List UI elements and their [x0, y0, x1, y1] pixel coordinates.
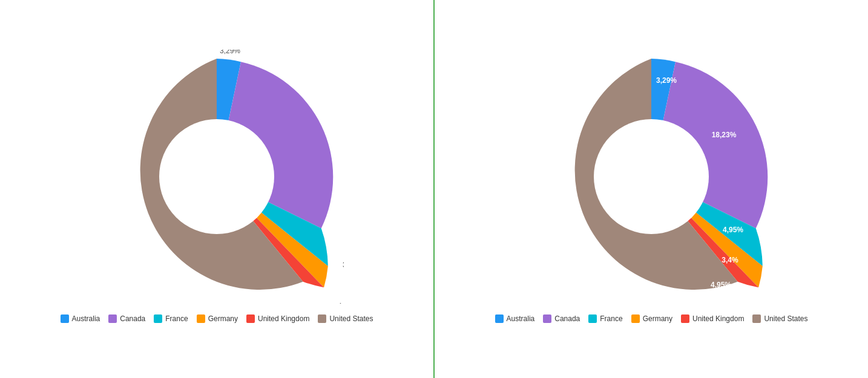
legend-label-australia-right: Australia — [507, 314, 535, 323]
legend-color-canada-right — [543, 314, 551, 323]
legend-france-left: France — [154, 314, 188, 323]
left-donut-chart: 3,29% 18,23% 4,95% 3,4% 4,95% 65,17% — [90, 50, 344, 304]
uk-label-left: 4,95% — [338, 302, 344, 304]
legend-label-uk-left: United Kingdom — [258, 314, 309, 323]
legend-label-us-left: United States — [329, 314, 373, 323]
legend-germany-left: Germany — [197, 314, 238, 323]
legend-color-uk-left — [246, 314, 255, 323]
australia-pct-right: 3,29% — [656, 76, 677, 85]
legend-label-germany-right: Germany — [643, 314, 672, 323]
legend-color-france-left — [154, 314, 162, 323]
legend-australia-right: Australia — [495, 314, 535, 323]
legend-color-france-right — [588, 314, 597, 323]
left-legend: Australia Canada France Germany United K… — [35, 314, 398, 323]
legend-us-right: United States — [752, 314, 807, 323]
germany-label-left: 3,4% — [343, 261, 344, 269]
legend-label-germany-left: Germany — [208, 314, 238, 323]
legend-us-left: United States — [318, 314, 373, 323]
legend-color-germany-left — [197, 314, 205, 323]
legend-color-uk-right — [681, 314, 689, 323]
legend-label-france-left: France — [165, 314, 188, 323]
legend-color-canada-left — [108, 314, 117, 323]
legend-uk-left: United Kingdom — [246, 314, 309, 323]
legend-label-france-right: France — [600, 314, 622, 323]
legend-color-germany-right — [631, 314, 640, 323]
legend-france-right: France — [588, 314, 622, 323]
right-chart-panel: 3,29% 18,23% 4,95% 3,4% 4,95% 65,17% Aus… — [433, 0, 868, 378]
legend-germany-right: Germany — [631, 314, 672, 323]
left-chart-panel: 3,29% 18,23% 4,95% 3,4% 4,95% 65,17% Aus… — [0, 0, 433, 378]
right-donut-chart: 3,29% 18,23% 4,95% 3,4% 4,95% 65,17% — [524, 50, 778, 304]
legend-australia-left: Australia — [61, 314, 100, 323]
canada-pct-right: 18,23% — [712, 131, 737, 139]
legend-uk-right: United Kingdom — [681, 314, 744, 323]
donut-hole-left — [159, 119, 274, 234]
donut-hole-right — [594, 119, 709, 234]
legend-color-us-right — [752, 314, 761, 323]
right-donut-svg: 3,29% 18,23% 4,95% 3,4% 4,95% 65,17% — [524, 50, 778, 304]
legend-label-us-right: United States — [764, 314, 807, 323]
france-pct-right: 4,95% — [723, 226, 743, 234]
australia-label-left: 3,29% — [220, 50, 240, 55]
uk-pct-right: 4,95% — [711, 281, 731, 289]
us-pct-right: 65,17% — [579, 267, 603, 275]
germany-pct-right: 3,4% — [722, 256, 738, 264]
legend-canada-right: Canada — [543, 314, 580, 323]
left-donut-svg: 3,29% 18,23% 4,95% 3,4% 4,95% 65,17% — [90, 50, 344, 304]
legend-label-canada-right: Canada — [554, 314, 580, 323]
legend-label-canada-left: Canada — [120, 314, 145, 323]
right-legend: Australia Canada France Germany United K… — [470, 314, 833, 323]
legend-color-us-left — [318, 314, 326, 323]
legend-color-australia-right — [495, 314, 504, 323]
legend-canada-left: Canada — [108, 314, 145, 323]
legend-color-australia-left — [61, 314, 69, 323]
legend-label-australia-left: Australia — [72, 314, 100, 323]
legend-label-uk-right: United Kingdom — [692, 314, 744, 323]
